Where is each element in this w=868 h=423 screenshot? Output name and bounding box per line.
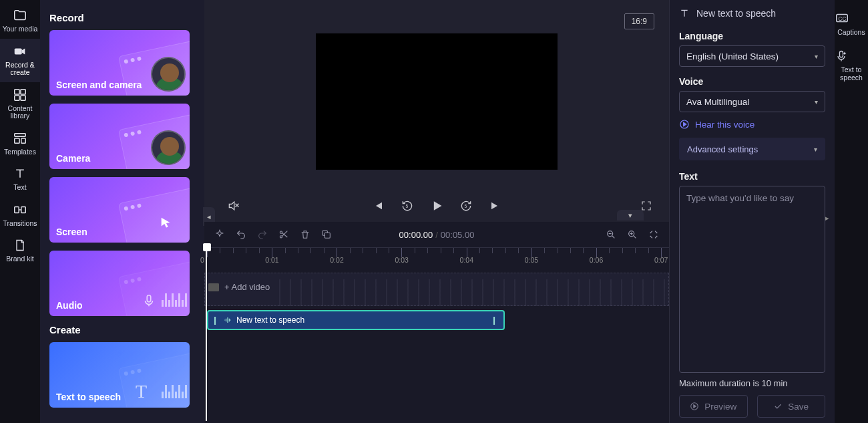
add-video-button[interactable]: + Add video <box>208 282 270 292</box>
rail-content-library[interactable]: Content library <box>0 82 40 126</box>
panel-scroll-right[interactable]: ▸ <box>825 212 833 225</box>
rail2-captions[interactable]: CC Captions <box>835 4 868 43</box>
audio-track[interactable]: || New text to speech || <box>204 310 669 331</box>
waveform-decoration <box>162 381 187 398</box>
ruler-label: 0:03 <box>395 256 408 264</box>
rail-label: Brand kit <box>6 255 33 263</box>
window-decoration <box>118 351 190 408</box>
svg-rect-20 <box>208 283 219 291</box>
add-video-label: + Add video <box>224 282 270 292</box>
rail-record-create[interactable]: Record & create <box>0 39 40 82</box>
text-placeholder: Type what you'd like to say <box>686 193 794 203</box>
play-circle-icon <box>690 402 699 411</box>
volume-mute-icon[interactable] <box>227 199 240 213</box>
svg-rect-10 <box>147 295 151 302</box>
card-text-to-speech[interactable]: T Text to speech <box>49 342 190 408</box>
delete-icon[interactable] <box>299 229 311 241</box>
undo-icon[interactable] <box>235 229 247 241</box>
svg-rect-9 <box>21 206 25 213</box>
zoom-in-icon[interactable] <box>626 229 638 241</box>
preview-button[interactable]: Preview <box>679 395 748 418</box>
time-display: 00:00.00/00:05.00 <box>399 230 475 240</box>
card-screen-and-camera[interactable]: Screen and camera <box>49 30 190 96</box>
aspect-ratio-selector[interactable]: 16:9 <box>624 13 654 29</box>
max-duration-note: Maximum duration is 10 min <box>679 378 825 388</box>
rail-label: Your media <box>3 25 38 33</box>
chevron-down-icon: ▾ <box>814 146 817 153</box>
properties-title: New text to speech <box>696 8 776 19</box>
ruler-label: 0:05 <box>525 256 538 264</box>
rail-text[interactable]: Text <box>0 161 40 197</box>
right-nav-rail: CC Captions Text to speech <box>835 0 868 423</box>
svg-rect-7 <box>21 138 25 143</box>
svg-text:CC: CC <box>839 16 847 22</box>
skip-forward-icon[interactable] <box>489 199 502 213</box>
redo-icon[interactable] <box>256 229 268 241</box>
split-scissors-icon[interactable] <box>278 229 290 241</box>
rail-templates[interactable]: Templates <box>0 126 40 162</box>
advanced-settings-toggle[interactable]: Advanced settings ▾ <box>679 138 825 160</box>
hear-voice-button[interactable]: Hear this voice <box>679 119 825 130</box>
text-label: Text <box>679 171 825 182</box>
advanced-label: Advanced settings <box>687 144 758 154</box>
preview-label: Preview <box>704 402 736 412</box>
forward-5-icon[interactable]: 5 <box>459 199 473 213</box>
tts-audio-clip[interactable]: || New text to speech || <box>207 310 505 330</box>
rail-brand-kit[interactable]: Brand kit <box>0 233 40 269</box>
rail-your-media[interactable]: Your media <box>0 3 40 39</box>
ruler-label: 0:04 <box>460 256 473 264</box>
timeline: 00:00.00/00:05.00 00:010:020:030:040:050… <box>204 222 669 423</box>
svg-text:5: 5 <box>406 204 409 208</box>
language-select[interactable]: English (United States) ▾ <box>679 45 825 67</box>
card-camera[interactable]: Camera <box>49 104 190 169</box>
card-screen[interactable]: Screen <box>49 177 190 243</box>
card-label: Audio <box>56 300 83 311</box>
ruler-label: 0:02 <box>330 256 343 264</box>
rail-transitions[interactable]: Transitions <box>0 197 40 233</box>
svg-rect-17 <box>324 233 330 238</box>
timeline-tracks: + Add video || New text to speech || <box>204 266 669 423</box>
ruler-label: 0:07 <box>654 256 668 264</box>
rail-label: Content library <box>0 105 40 120</box>
play-circle-icon <box>679 119 690 130</box>
collapse-timeline-button[interactable]: ▾ <box>617 210 644 221</box>
card-audio[interactable]: Audio <box>49 251 190 316</box>
brandkit-icon <box>13 238 27 253</box>
avatar-thumbnail <box>151 130 186 165</box>
zoom-fit-icon[interactable] <box>648 229 660 241</box>
play-button[interactable] <box>430 199 443 213</box>
zoom-out-icon[interactable] <box>605 229 617 241</box>
card-label: Screen and camera <box>56 80 142 90</box>
timeline-ruler[interactable]: 00:010:020:030:040:050:060:07 <box>204 247 669 266</box>
skip-back-icon[interactable] <box>371 199 385 213</box>
video-preview-canvas[interactable] <box>316 33 558 170</box>
rail2-text-to-speech[interactable]: Text to speech <box>835 43 868 88</box>
chevron-down-icon: ▾ <box>815 53 818 60</box>
clip-handle-left[interactable]: || <box>214 315 219 325</box>
playhead[interactable] <box>206 247 207 421</box>
card-label: Screen <box>56 227 87 237</box>
magic-icon[interactable] <box>214 229 226 241</box>
video-track[interactable]: + Add video <box>204 273 669 306</box>
hear-voice-label: Hear this voice <box>695 120 754 130</box>
microphone-icon <box>142 293 156 308</box>
rewind-5-icon[interactable]: 5 <box>401 199 414 213</box>
transitions-icon <box>13 202 27 217</box>
mic-sparkle-icon <box>835 49 868 63</box>
rail2-label: Captions <box>837 28 865 36</box>
left-nav-rail: Your media Record & create Content libra… <box>0 0 40 423</box>
tts-text-input[interactable]: Type what you'd like to say <box>679 186 825 373</box>
text-icon <box>13 166 27 181</box>
rail-label: Transitions <box>3 220 37 228</box>
svg-rect-5 <box>15 133 26 136</box>
save-button[interactable]: Save <box>757 395 826 418</box>
clip-handle-right[interactable]: || <box>493 315 498 325</box>
voice-select[interactable]: Ava Multilingual ▾ <box>679 91 825 112</box>
rail-label: Text <box>13 184 26 192</box>
skyline-decoration <box>276 279 669 306</box>
svg-rect-4 <box>21 96 25 100</box>
camcorder-icon <box>13 44 27 59</box>
waveform-decoration <box>162 289 187 307</box>
voice-value: Ava Multilingual <box>686 97 749 107</box>
duplicate-icon[interactable] <box>320 229 333 241</box>
